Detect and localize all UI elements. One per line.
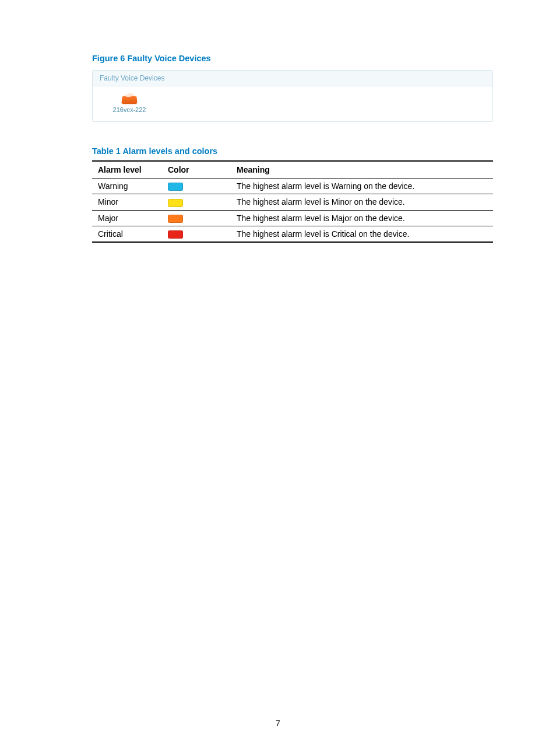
cell-color xyxy=(162,194,231,210)
faulty-devices-panel: Faulty Voice Devices 216vcx-222 xyxy=(92,70,493,122)
col-header-meaning: Meaning xyxy=(231,161,493,178)
panel-header: Faulty Voice Devices xyxy=(93,71,492,86)
cell-color xyxy=(162,178,231,194)
table-row: Major The highest alarm level is Major o… xyxy=(92,210,493,226)
table-row: Critical The highest alarm level is Crit… xyxy=(92,226,493,242)
panel-body: 216vcx-222 xyxy=(93,86,492,121)
alarm-levels-table: Alarm level Color Meaning Warning The hi… xyxy=(92,160,493,243)
cell-level: Minor xyxy=(92,194,162,210)
color-swatch-minor xyxy=(168,199,183,207)
col-header-color: Color xyxy=(162,161,231,178)
cell-meaning: The highest alarm level is Warning on th… xyxy=(231,178,493,194)
cell-meaning: The highest alarm level is Minor on the … xyxy=(231,194,493,210)
device-label: 216vcx-222 xyxy=(113,106,146,113)
table-caption: Table 1 Alarm levels and colors xyxy=(92,146,493,156)
color-swatch-warning xyxy=(168,183,183,191)
col-header-level: Alarm level xyxy=(92,161,162,178)
cell-color xyxy=(162,226,231,242)
color-swatch-major xyxy=(168,215,183,223)
page-number: 7 xyxy=(0,719,556,728)
figure-title: Figure 6 Faulty Voice Devices xyxy=(92,54,493,63)
cell-meaning: The highest alarm level is Critical on t… xyxy=(231,226,493,242)
phone-device-icon xyxy=(122,92,137,105)
color-swatch-critical xyxy=(168,230,183,239)
device-item[interactable]: 216vcx-222 xyxy=(105,92,153,113)
table-header-row: Alarm level Color Meaning xyxy=(92,161,493,178)
cell-meaning: The highest alarm level is Major on the … xyxy=(231,210,493,226)
table-row: Minor The highest alarm level is Minor o… xyxy=(92,194,493,210)
cell-level: Warning xyxy=(92,178,162,194)
cell-level: Major xyxy=(92,210,162,226)
table-row: Warning The highest alarm level is Warni… xyxy=(92,178,493,194)
cell-color xyxy=(162,210,231,226)
cell-level: Critical xyxy=(92,226,162,242)
